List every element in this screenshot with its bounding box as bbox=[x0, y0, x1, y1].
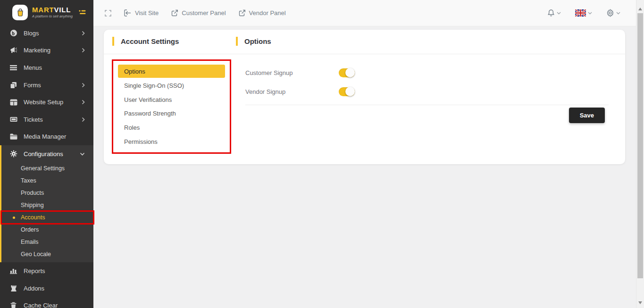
sidebar-item-configurations[interactable]: Configurations bbox=[1, 145, 93, 162]
content-area: Account Settings Options Options Single … bbox=[93, 26, 636, 308]
subitem-label: General Settings bbox=[21, 165, 65, 172]
chevron-down-icon bbox=[557, 12, 561, 15]
vendor-panel-label: Vendor Panel bbox=[249, 9, 286, 17]
brand-tagline: A platform to sell anything bbox=[32, 15, 73, 18]
settings-dropdown[interactable] bbox=[606, 9, 620, 17]
chevron-right-icon bbox=[82, 83, 85, 88]
customer-signup-toggle[interactable] bbox=[339, 68, 355, 77]
tab-permissions[interactable]: Permissions bbox=[118, 134, 225, 149]
visit-site-link[interactable]: Visit Site bbox=[124, 9, 159, 17]
notifications-dropdown[interactable] bbox=[547, 9, 561, 17]
gear-icon bbox=[606, 9, 614, 17]
sidebar-subitem-taxes[interactable]: Taxes bbox=[1, 175, 93, 187]
sidebar-item-label: Forms bbox=[24, 82, 41, 89]
tab-roles[interactable]: Roles bbox=[118, 121, 225, 135]
subitem-label: Shipping bbox=[21, 202, 44, 208]
sidebar-subitem-accounts[interactable]: Accounts bbox=[1, 211, 93, 224]
toggle-knob bbox=[345, 68, 355, 77]
chevron-right-icon bbox=[82, 31, 85, 36]
sidebar-item-label: Reports bbox=[24, 267, 45, 275]
sidebar-item-reports[interactable]: Reports bbox=[0, 262, 93, 280]
chevron-down-icon bbox=[616, 12, 620, 15]
sidebar-item-label: Blogs bbox=[24, 30, 39, 37]
vendor-panel-link[interactable]: Vendor Panel bbox=[239, 9, 286, 17]
sidebar-item-tickets[interactable]: Tickets bbox=[0, 111, 93, 128]
window-icon bbox=[9, 99, 17, 106]
sidebar-item-label: Media Manager bbox=[24, 133, 66, 140]
vertical-scrollbar[interactable] bbox=[636, 0, 644, 308]
sidebar-collapse-icon[interactable] bbox=[79, 9, 86, 15]
sidebar: MARTVILL A platform to sell anything Blo… bbox=[0, 0, 93, 308]
bell-icon bbox=[547, 9, 555, 17]
chevron-down-icon bbox=[80, 152, 85, 156]
subitem-label: Products bbox=[21, 190, 44, 196]
brand-name: MARTVILL bbox=[32, 6, 73, 14]
tab-password-strength[interactable]: Password Strength bbox=[118, 107, 225, 121]
setting-row: Customer Signup bbox=[245, 63, 609, 82]
vendor-signup-toggle[interactable] bbox=[339, 87, 355, 96]
sidebar-section-configurations: Configurations General Settings Taxes Pr… bbox=[0, 145, 93, 262]
rook-icon bbox=[9, 285, 17, 292]
sidebar-item-forms[interactable]: Forms bbox=[0, 76, 93, 94]
shopping-bag-icon bbox=[12, 5, 28, 20]
sidebar-item-label: Addons bbox=[24, 285, 44, 292]
save-button[interactable]: Save bbox=[569, 108, 605, 123]
sidebar-subitem-emails[interactable]: Emails bbox=[1, 236, 93, 248]
active-bullet-icon bbox=[13, 216, 15, 219]
sidebar-subitem-orders[interactable]: Orders bbox=[1, 224, 93, 236]
sidebar-subitem-products[interactable]: Products bbox=[1, 187, 93, 199]
forms-icon bbox=[9, 82, 17, 89]
tab-user-verifications[interactable]: User Verifications bbox=[118, 93, 225, 107]
sidebar-subitem-general-settings[interactable]: General Settings bbox=[1, 162, 93, 175]
vendor-signup-label: Vendor Signup bbox=[245, 88, 339, 95]
enter-site-icon bbox=[124, 9, 132, 17]
scroll-down-arrow-icon[interactable] bbox=[638, 301, 642, 304]
chevron-right-icon bbox=[82, 117, 85, 122]
sidebar-item-label: Menus bbox=[24, 64, 42, 71]
uk-flag-icon bbox=[575, 9, 586, 17]
sidebar-item-label: Configurations bbox=[24, 150, 63, 158]
sidebar-item-website-setup[interactable]: Website Setup bbox=[0, 93, 93, 111]
chevron-right-icon bbox=[82, 100, 85, 105]
sidebar-item-cache-clear[interactable]: Cache Clear bbox=[0, 297, 93, 308]
scroll-up-arrow-icon[interactable] bbox=[638, 8, 642, 10]
folder-icon bbox=[9, 133, 17, 140]
external-link-icon bbox=[239, 9, 246, 17]
sidebar-item-marketing[interactable]: Marketing bbox=[0, 42, 93, 59]
external-link-icon bbox=[171, 9, 178, 17]
customer-panel-link[interactable]: Customer Panel bbox=[171, 9, 226, 17]
tab-single-sign-on[interactable]: Single Sign-On (SSO) bbox=[118, 79, 225, 93]
tab-options[interactable]: Options bbox=[118, 65, 225, 78]
customer-signup-label: Customer Signup bbox=[245, 69, 339, 76]
chevron-down-icon bbox=[588, 12, 592, 15]
settings-tabs-annotation-box: Options Single Sign-On (SSO) User Verifi… bbox=[112, 59, 231, 154]
sidebar-subitem-shipping[interactable]: Shipping bbox=[1, 199, 93, 211]
bar-chart-icon bbox=[9, 267, 17, 274]
card-header: Account Settings Options bbox=[104, 30, 625, 54]
trash-icon bbox=[9, 302, 17, 308]
chevron-right-icon bbox=[82, 48, 85, 53]
menu-lines-icon bbox=[9, 65, 17, 71]
sidebar-item-label: Marketing bbox=[24, 47, 50, 54]
sidebar-item-media-manager[interactable]: Media Manager bbox=[0, 128, 93, 146]
panel-title: Options bbox=[244, 37, 271, 45]
toggle-knob bbox=[345, 87, 355, 96]
visit-site-label: Visit Site bbox=[135, 9, 159, 17]
ticket-icon bbox=[9, 117, 17, 122]
subitem-label: Orders bbox=[21, 226, 39, 233]
scrollbar-thumb[interactable] bbox=[637, 13, 643, 278]
sidebar-item-addons[interactable]: Addons bbox=[0, 280, 93, 297]
accent-bar bbox=[236, 37, 238, 46]
sidebar-item-label: Cache Clear bbox=[24, 302, 58, 308]
sidebar-subitem-geo-locale[interactable]: Geo Locale bbox=[1, 248, 93, 260]
blog-icon bbox=[9, 29, 17, 37]
fullscreen-icon[interactable] bbox=[105, 10, 111, 17]
megaphone-icon bbox=[9, 47, 17, 54]
gear-icon bbox=[9, 150, 17, 158]
sidebar-item-blogs[interactable]: Blogs bbox=[0, 25, 93, 42]
brand-logo[interactable]: MARTVILL A platform to sell anything bbox=[0, 0, 93, 25]
sidebar-item-label: Website Setup bbox=[24, 99, 63, 106]
sidebar-item-menus[interactable]: Menus bbox=[0, 59, 93, 76]
language-dropdown[interactable] bbox=[575, 9, 592, 17]
topbar: Visit Site Customer Panel Vendor Panel bbox=[93, 0, 636, 26]
